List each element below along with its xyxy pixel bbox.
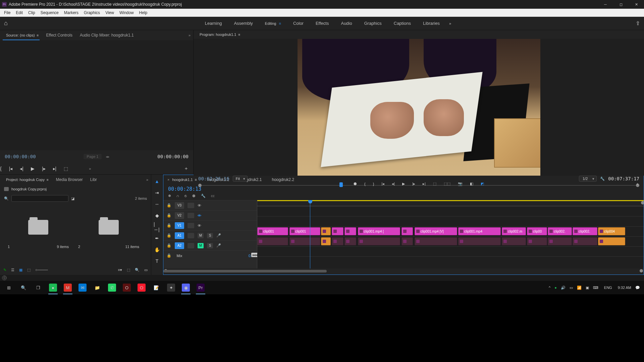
track-header-v3[interactable]: 🔒V3👁 bbox=[163, 200, 257, 210]
share-icon[interactable]: ⇪ bbox=[636, 20, 640, 26]
linked-sel-icon[interactable]: ⎋ bbox=[184, 194, 187, 198]
track-v3[interactable] bbox=[257, 206, 644, 216]
sequence-tab[interactable]: ×hoogdruk1.1≡ bbox=[167, 178, 197, 182]
program-monitor[interactable] bbox=[194, 39, 644, 176]
add-button-icon[interactable]: ＋ bbox=[636, 181, 639, 186]
snap-icon[interactable]: ❄ bbox=[168, 194, 171, 198]
clip[interactable] bbox=[332, 227, 343, 235]
menu-graphics[interactable]: Graphics bbox=[81, 9, 103, 17]
taskbar-discord[interactable]: ◉ bbox=[178, 281, 193, 294]
eye-off-icon[interactable]: 👁 bbox=[198, 214, 201, 218]
insert-icon[interactable]: ⬚ bbox=[64, 166, 68, 171]
track-header-v1[interactable]: 🔒V1👁 bbox=[163, 220, 257, 230]
tabs-overflow-icon[interactable]: » bbox=[146, 178, 148, 182]
track-label[interactable]: V2 bbox=[175, 212, 184, 219]
hand-tool-icon[interactable]: ✋ bbox=[154, 246, 160, 253]
lock-icon[interactable]: 🔒 bbox=[167, 203, 171, 207]
lock-icon[interactable]: 🔒 bbox=[167, 243, 171, 248]
lock-icon[interactable]: 🔒 bbox=[167, 223, 171, 228]
menu-sequence[interactable]: Sequence bbox=[38, 9, 61, 17]
close-icon[interactable]: × bbox=[167, 178, 169, 182]
clip[interactable] bbox=[401, 227, 413, 235]
go-in-icon[interactable]: |◂ bbox=[9, 166, 13, 171]
menu-window[interactable]: Window bbox=[117, 9, 137, 17]
taskbar-search[interactable]: 🔍 bbox=[16, 281, 31, 294]
workspace-effects[interactable]: Effects bbox=[310, 17, 335, 30]
tray-notifications-icon[interactable]: 💬 bbox=[635, 286, 640, 290]
add-button-icon[interactable]: ＋ bbox=[184, 166, 189, 172]
mute-button[interactable]: M bbox=[198, 243, 204, 248]
clip[interactable] bbox=[458, 237, 501, 245]
menu-view[interactable]: View bbox=[103, 9, 117, 17]
tray-battery-icon[interactable]: ▭ bbox=[570, 286, 573, 290]
burger-icon[interactable]: ≡ bbox=[37, 34, 39, 37]
workspace-editing[interactable]: Editing≡ bbox=[259, 17, 287, 30]
tab-source[interactable]: Source: (no clips)≡ bbox=[3, 31, 42, 40]
icon-view-icon[interactable]: ▦ bbox=[19, 268, 22, 272]
clip[interactable] bbox=[321, 237, 331, 245]
tab-audio-clip-mixer[interactable]: Audio Clip Mixer: hoogdruk1.1 bbox=[76, 31, 137, 40]
timeline-tracks-area[interactable]: clip001clip001clip001.mp4 [clip001.mp4 [… bbox=[257, 200, 644, 268]
timeline-timecode[interactable]: 00:00:28:13 bbox=[168, 186, 201, 192]
taskbar-mail-m[interactable]: M bbox=[60, 281, 75, 294]
workspace-learning[interactable]: Learning bbox=[199, 17, 228, 30]
safe-margins-icon[interactable]: ◩ bbox=[481, 182, 484, 186]
freeform-view-icon[interactable]: ⬚ bbox=[27, 268, 31, 272]
toggle-icon[interactable] bbox=[187, 223, 194, 228]
razor-tool-icon[interactable]: ◆ bbox=[154, 212, 160, 219]
clip[interactable]: clip002. bbox=[573, 227, 597, 235]
workspace-overflow-icon[interactable]: » bbox=[449, 21, 451, 25]
burger-icon[interactable]: ≡ bbox=[47, 178, 49, 182]
mark-in-icon[interactable]: { bbox=[364, 182, 366, 186]
eye-icon[interactable]: 👁 bbox=[198, 224, 201, 228]
track-label[interactable]: A1 bbox=[175, 232, 184, 239]
toggle-icon[interactable] bbox=[187, 243, 194, 248]
slip-tool-icon[interactable]: |↔| bbox=[154, 224, 160, 230]
workspace-graphics[interactable]: Graphics bbox=[358, 17, 388, 30]
sort-icon[interactable]: ≡▾ bbox=[118, 268, 122, 272]
clip[interactable] bbox=[344, 227, 356, 235]
zoom-fit-dropdown[interactable]: Fit bbox=[233, 176, 248, 182]
clip[interactable]: clip002. bbox=[548, 227, 572, 235]
track-a2[interactable] bbox=[257, 246, 644, 256]
menu-help[interactable]: Help bbox=[137, 9, 150, 17]
marker-icon[interactable]: ⬢ bbox=[192, 194, 196, 198]
clip[interactable]: clip001.mp4 bbox=[458, 227, 501, 235]
extract-icon[interactable]: ⬚⬚ bbox=[444, 182, 450, 186]
cc-status-icon[interactable]: ⓒ bbox=[2, 276, 7, 280]
tray-screen-icon[interactable]: ▣ bbox=[586, 286, 589, 290]
page-prev-icon[interactable]: ◂▸ bbox=[106, 155, 110, 159]
lock-icon[interactable]: 🔒 bbox=[167, 213, 171, 218]
mic-icon[interactable]: 🎤 bbox=[216, 243, 221, 248]
track-label[interactable]: V3 bbox=[175, 202, 184, 209]
clip[interactable] bbox=[358, 237, 400, 245]
compare-icon[interactable]: ◧ bbox=[470, 182, 473, 186]
clip[interactable]: clip004 bbox=[598, 227, 625, 235]
lock-icon[interactable]: 🔒 bbox=[167, 253, 171, 258]
window-maximize-button[interactable]: ◻ bbox=[613, 0, 629, 9]
pencil-icon[interactable]: ✎ bbox=[3, 268, 6, 272]
tray-volume-icon[interactable]: 🔊 bbox=[561, 286, 566, 290]
bin-item[interactable]: 19 items bbox=[5, 206, 72, 262]
toggle-icon[interactable] bbox=[187, 203, 194, 208]
source-timecode-in[interactable]: 00:00:00:00 bbox=[5, 154, 36, 159]
track-mix[interactable] bbox=[257, 256, 644, 264]
clip[interactable] bbox=[401, 237, 413, 245]
marker-icon[interactable]: ⬢ bbox=[354, 182, 357, 186]
workspace-color[interactable]: Color bbox=[287, 17, 310, 30]
taskbar-task-view[interactable]: ❐ bbox=[31, 281, 46, 294]
play-icon[interactable]: ▶ bbox=[31, 166, 35, 171]
menu-markers[interactable]: Markers bbox=[61, 9, 81, 17]
tab-effect-controls[interactable]: Effect Controls bbox=[43, 31, 75, 40]
mute-button[interactable]: M bbox=[198, 233, 204, 238]
home-icon[interactable]: ⌂ bbox=[4, 20, 8, 27]
tabs-overflow-icon[interactable]: » bbox=[189, 33, 191, 37]
workspace-audio[interactable]: Audio bbox=[335, 17, 358, 30]
scroll-thumb[interactable] bbox=[163, 270, 327, 273]
track-v2[interactable] bbox=[257, 216, 644, 226]
clip[interactable]: clip002.m bbox=[502, 227, 526, 235]
taskbar-spotify[interactable]: ● bbox=[46, 281, 60, 294]
clip[interactable] bbox=[332, 237, 343, 245]
auto-seq-icon[interactable]: ⬚ bbox=[127, 268, 130, 272]
mic-icon[interactable]: 🎤 bbox=[216, 233, 221, 238]
